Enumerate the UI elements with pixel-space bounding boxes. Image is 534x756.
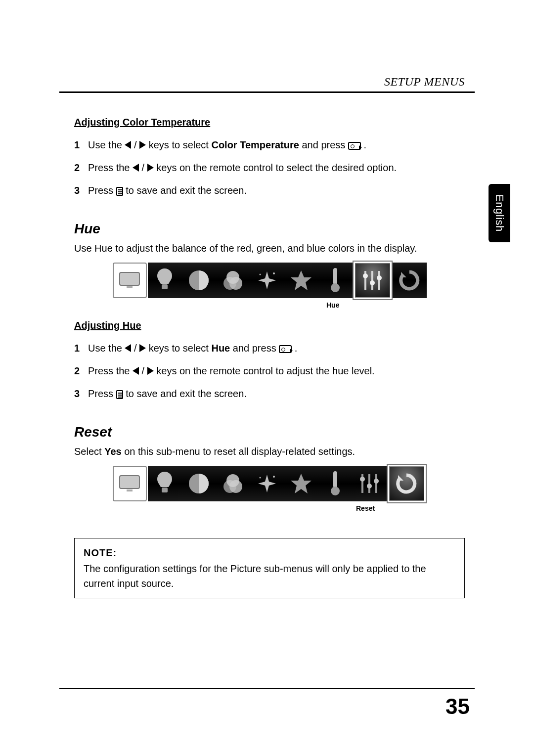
- svg-rect-26: [333, 471, 337, 488]
- adjusting-hue-subheading: Adjusting Hue: [74, 320, 465, 331]
- svg-rect-19: [162, 488, 168, 492]
- sliders-icon: [353, 466, 387, 501]
- text-fragment: Press: [88, 185, 116, 196]
- hue-heading: Hue: [74, 221, 465, 237]
- text-fragment: to save and exit the screen.: [126, 185, 247, 196]
- step-text: Use the / keys to select Color Temperatu…: [88, 137, 465, 153]
- text-bold: Yes: [104, 446, 121, 457]
- left-arrow-icon: [133, 367, 139, 375]
- thermometer-icon: [318, 466, 353, 501]
- text-fragment: Select: [74, 446, 104, 457]
- menu-icon: [116, 187, 123, 196]
- page-number: 35: [445, 694, 470, 719]
- left-arrow-icon: [125, 141, 131, 149]
- text-fragment: keys to select: [149, 139, 212, 150]
- page-content: Adjusting Color Temperature 1 Use the / …: [74, 117, 465, 598]
- right-arrow-icon: [147, 164, 154, 172]
- svg-point-32: [367, 484, 372, 489]
- reset-intro: Select Yes on this sub-menu to reset all…: [74, 444, 465, 459]
- enter-icon: [348, 142, 361, 150]
- hue-icon-strip: Hue: [74, 263, 465, 309]
- text-bold: Hue: [211, 343, 230, 354]
- svg-rect-2: [162, 284, 168, 289]
- reset-strip-label: Reset: [356, 504, 375, 512]
- reset-icon-strip: Reset: [74, 466, 465, 512]
- svg-point-6: [226, 271, 239, 284]
- text-fragment: Press the: [88, 162, 133, 173]
- step-number: 2: [74, 160, 88, 176]
- right-arrow-icon: [139, 141, 146, 149]
- hue-step-3: 3 Press to save and exit the screen.: [74, 386, 465, 401]
- thermometer-icon: [318, 263, 353, 298]
- note-label: NOTE:: [84, 545, 455, 560]
- text-fragment: and press: [302, 139, 348, 150]
- svg-rect-0: [120, 272, 139, 285]
- footer-rule: [59, 688, 475, 689]
- step-number: 1: [74, 137, 88, 153]
- step-number: 2: [74, 363, 88, 379]
- step-text: Press to save and exit the screen.: [88, 386, 465, 401]
- left-arrow-icon: [133, 164, 139, 172]
- header-rule: [59, 91, 475, 93]
- sparkle-icon: [250, 466, 284, 501]
- hue-intro: Use Hue to adjust the balance of the red…: [74, 241, 465, 256]
- step-text: Press to save and exit the screen.: [88, 182, 465, 198]
- icon-strip-row: [113, 263, 427, 298]
- rgb-icon: [216, 466, 250, 501]
- hue-strip-label: Hue: [326, 301, 339, 309]
- text-fragment: .: [363, 139, 366, 150]
- text-fragment: on this sub-menu to reset all display-re…: [124, 446, 355, 457]
- monitor-icon: [113, 466, 147, 501]
- text-fragment: keys on the remote control to select the…: [156, 162, 397, 173]
- step-number: 3: [74, 386, 88, 401]
- bulb-icon: [148, 263, 182, 298]
- manual-page: SETUP MENUS English Adjusting Color Temp…: [0, 0, 534, 756]
- step-text: Use the / keys to select Hue and press .: [88, 340, 465, 356]
- text-fragment: Use the: [88, 343, 125, 354]
- hue-steps: 1 Use the / keys to select Hue and press…: [74, 340, 465, 401]
- svg-point-23: [226, 474, 239, 487]
- monitor-icon: [113, 263, 147, 298]
- svg-point-16: [377, 275, 382, 280]
- text-fragment: keys on the remote control to adjust the…: [156, 365, 374, 376]
- menu-icon: [116, 390, 123, 399]
- color-temp-step-3: 3 Press to save and exit the screen.: [74, 182, 465, 198]
- text-fragment: keys to select: [149, 343, 212, 354]
- contrast-icon: [182, 263, 216, 298]
- left-arrow-icon: [125, 344, 131, 352]
- star-icon: [284, 466, 318, 501]
- sliders-icon-selected: [353, 261, 393, 300]
- svg-point-24: [273, 476, 275, 478]
- svg-point-25: [260, 477, 261, 479]
- hue-step-2: 2 Press the / keys on the remote control…: [74, 363, 465, 379]
- svg-point-10: [331, 283, 340, 292]
- svg-point-27: [331, 487, 340, 495]
- svg-point-14: [363, 273, 368, 278]
- reset-heading: Reset: [74, 424, 465, 440]
- svg-point-8: [260, 274, 261, 275]
- text-fragment: Press the: [88, 365, 133, 376]
- reset-icon-selected: [387, 464, 427, 503]
- hue-step-1: 1 Use the / keys to select Hue and press…: [74, 340, 465, 356]
- svg-rect-17: [120, 476, 139, 489]
- text-fragment: Press: [88, 388, 116, 399]
- svg-point-31: [360, 477, 365, 482]
- note-text: The configuration settings for the Pictu…: [84, 563, 426, 589]
- step-number: 3: [74, 182, 88, 198]
- step-text: Press the / keys on the remote control t…: [88, 363, 465, 379]
- svg-rect-1: [127, 286, 133, 288]
- star-icon: [284, 263, 318, 298]
- language-tab: English: [489, 184, 510, 242]
- reset-icon: [393, 263, 427, 298]
- note-box: NOTE: The configuration settings for the…: [74, 538, 465, 598]
- right-arrow-icon: [147, 367, 154, 375]
- icon-strip-row: [113, 466, 427, 501]
- text-fragment: and press: [233, 343, 279, 354]
- color-temp-step-2: 2 Press the / keys on the remote control…: [74, 160, 465, 176]
- color-temp-steps: 1 Use the / keys to select Color Tempera…: [74, 137, 465, 198]
- svg-point-7: [273, 272, 275, 274]
- header-section-title: SETUP MENUS: [384, 75, 465, 89]
- bulb-icon: [148, 466, 182, 501]
- svg-rect-9: [333, 268, 337, 285]
- step-text: Press the / keys on the remote control t…: [88, 160, 465, 176]
